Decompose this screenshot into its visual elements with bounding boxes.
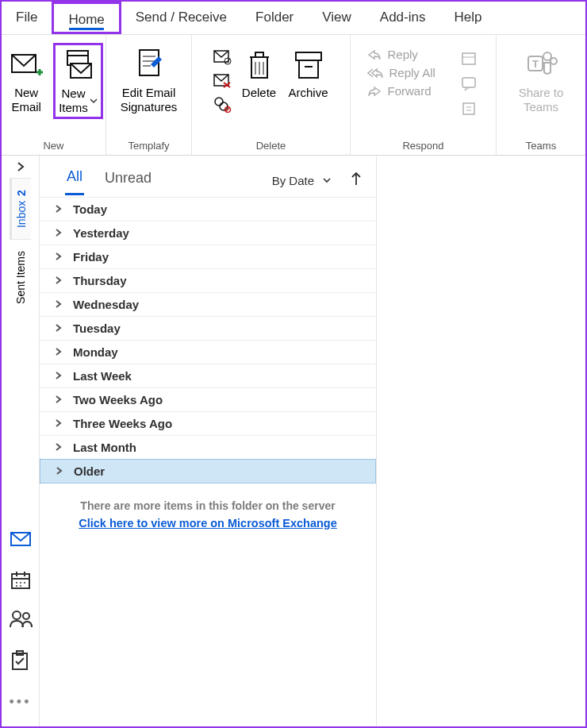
filter-all[interactable]: All xyxy=(65,165,84,195)
tab-view[interactable]: View xyxy=(308,2,366,34)
filter-unread[interactable]: Unread xyxy=(103,167,153,195)
svg-point-47 xyxy=(24,582,25,584)
new-email-label: New Email xyxy=(11,86,41,114)
folder-sent-items[interactable]: Sent Items xyxy=(11,240,30,315)
ribbon-group-respond: Reply Reply All Forward Respond xyxy=(351,35,497,155)
share-to-teams-button[interactable]: T Share to Teams xyxy=(517,43,566,117)
chevron-right-icon xyxy=(54,323,65,334)
teams-icon: T xyxy=(524,46,558,84)
meeting-icon[interactable] xyxy=(459,48,480,68)
ribbon-tabs: File Home Send / Receive Folder View Add… xyxy=(2,2,585,35)
tab-add-ins[interactable]: Add-ins xyxy=(366,2,440,34)
cleanup-icon[interactable] xyxy=(212,94,232,114)
group-delete-label: Delete xyxy=(256,138,286,153)
arrow-up-icon xyxy=(351,171,362,187)
group-label: Thursday xyxy=(73,274,127,287)
group-label: Last Month xyxy=(73,441,136,454)
group-respond-label: Respond xyxy=(402,138,443,153)
group-label: Older xyxy=(74,464,105,478)
inbox-count: 2 xyxy=(15,190,28,196)
sort-by-button[interactable]: By Date xyxy=(272,174,332,187)
chevron-down-icon xyxy=(322,176,332,184)
reply-all-button[interactable]: Reply All xyxy=(367,66,455,79)
junk-icon[interactable] xyxy=(212,70,232,91)
tab-home[interactable]: Home xyxy=(52,2,121,34)
svg-point-46 xyxy=(20,582,21,584)
svg-rect-29 xyxy=(462,53,475,64)
group-teams-label: Teams xyxy=(526,138,556,153)
ignore-icon[interactable] xyxy=(212,46,232,67)
archive-button[interactable]: Archive xyxy=(286,43,331,103)
svg-rect-31 xyxy=(462,78,475,87)
chevron-right-icon xyxy=(54,275,65,287)
expand-folder-pane-button[interactable] xyxy=(10,156,31,178)
tab-folder[interactable]: Folder xyxy=(241,2,308,34)
sort-direction-button[interactable] xyxy=(351,171,362,191)
nav-calendar-icon[interactable] xyxy=(10,570,32,591)
mail-plus-icon xyxy=(9,46,44,84)
im-icon[interactable] xyxy=(459,73,480,94)
share-to-teams-label: Share to Teams xyxy=(519,86,564,114)
ribbon-group-delete: Delete Archive Delete xyxy=(192,35,351,155)
archive-label: Archive xyxy=(288,86,328,100)
chevron-right-icon xyxy=(54,347,65,358)
group-label: Two Weeks Ago xyxy=(73,393,163,406)
group-yesterday[interactable]: Yesterday xyxy=(40,221,376,245)
more-respond-icon[interactable] xyxy=(459,98,480,119)
main-area: Inbox 2 Sent Items ••• All Unread By Dat… xyxy=(2,156,585,726)
view-more-on-exchange-link[interactable]: Click here to view more on Microsoft Exc… xyxy=(40,517,376,537)
new-email-button[interactable]: New Email xyxy=(4,43,48,117)
group-today[interactable]: Today xyxy=(40,197,376,221)
chevron-right-icon xyxy=(55,466,66,477)
folder-inbox[interactable]: Inbox 2 xyxy=(10,178,31,240)
svg-point-45 xyxy=(16,582,17,584)
svg-point-49 xyxy=(20,585,21,587)
group-label: Friday xyxy=(73,250,109,264)
group-label: Last Week xyxy=(73,369,132,383)
folder-rail: Inbox 2 Sent Items ••• xyxy=(2,156,40,726)
edit-signatures-label: Edit Email Signatures xyxy=(121,86,178,114)
nav-tasks-icon[interactable] xyxy=(10,649,32,670)
svg-point-48 xyxy=(16,585,17,587)
ribbon: New Email New Items New Edit Email Signa… xyxy=(2,35,585,156)
new-items-button[interactable]: New Items xyxy=(53,43,103,119)
svg-rect-26 xyxy=(296,52,321,60)
reading-pane xyxy=(377,156,585,726)
reply-all-label: Reply All xyxy=(389,66,435,79)
group-two-weeks[interactable]: Two Weeks Ago xyxy=(40,387,376,411)
group-wednesday[interactable]: Wednesday xyxy=(40,292,376,316)
ribbon-group-teams: T Share to Teams Teams xyxy=(497,35,585,155)
trash-icon xyxy=(242,46,277,84)
group-tuesday[interactable]: Tuesday xyxy=(40,316,376,340)
svg-rect-32 xyxy=(463,103,474,114)
svg-rect-22 xyxy=(255,52,263,57)
nav-people-icon[interactable] xyxy=(10,610,32,630)
tab-send-receive[interactable]: Send / Receive xyxy=(121,2,241,34)
tab-file[interactable]: File xyxy=(2,2,52,34)
chevron-right-icon xyxy=(16,161,25,172)
more-items-note: There are more items in this folder on t… xyxy=(40,483,376,517)
group-monday[interactable]: Monday xyxy=(40,340,376,364)
forward-button[interactable]: Forward xyxy=(367,84,455,98)
nav-more-icon[interactable]: ••• xyxy=(10,689,32,712)
nav-mail-icon[interactable] xyxy=(10,530,32,551)
delete-button[interactable]: Delete xyxy=(237,43,282,103)
document-edit-icon xyxy=(132,46,167,84)
group-label: Yesterday xyxy=(73,226,129,240)
group-last-week[interactable]: Last Week xyxy=(40,364,376,387)
reply-button[interactable]: Reply xyxy=(367,48,455,61)
edit-email-signatures-button[interactable]: Edit Email Signatures xyxy=(119,43,179,117)
tab-help[interactable]: Help xyxy=(439,2,496,34)
message-groups: Today Yesterday Friday Thursday Wednesda… xyxy=(40,197,376,726)
chevron-right-icon xyxy=(54,252,65,263)
group-last-month[interactable]: Last Month xyxy=(40,435,376,459)
delete-mini-column xyxy=(212,43,232,114)
group-three-weeks[interactable]: Three Weeks Ago xyxy=(40,411,376,435)
group-thursday[interactable]: Thursday xyxy=(40,268,376,292)
group-older[interactable]: Older xyxy=(40,459,376,483)
active-tab-underline xyxy=(69,28,104,30)
group-friday[interactable]: Friday xyxy=(40,245,376,268)
group-templafy-label: Templafy xyxy=(128,138,169,153)
chevron-right-icon xyxy=(54,371,65,382)
chevron-right-icon xyxy=(54,228,65,239)
